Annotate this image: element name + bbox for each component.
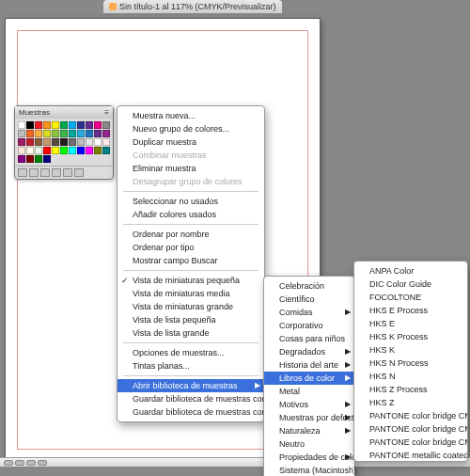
swatch[interactable] — [86, 147, 93, 154]
menu-item[interactable]: Metal — [264, 385, 354, 398]
menu-item[interactable]: Motivos▶ — [264, 398, 354, 411]
menu-item[interactable]: HKS K — [354, 343, 467, 357]
menu-item[interactable]: Neutro — [264, 437, 354, 451]
swatch[interactable] — [86, 121, 93, 129]
menu-item[interactable]: ANPA Color — [354, 264, 467, 278]
menu-item[interactable]: Mostrar campo Buscar — [118, 254, 264, 267]
swatch[interactable] — [52, 147, 59, 154]
menu-item[interactable]: Naturaleza▶ — [264, 424, 354, 437]
swatch[interactable] — [26, 121, 34, 129]
menu-item[interactable]: Guardar biblioteca de muestras como ASE.… — [118, 392, 264, 405]
menu-item[interactable]: Historia del arte▶ — [264, 358, 354, 372]
new-group-icon[interactable] — [52, 168, 61, 177]
swatch[interactable] — [43, 155, 51, 163]
swatch[interactable] — [35, 121, 42, 129]
swatch[interactable] — [52, 121, 59, 129]
swatches-panel-header[interactable]: Muestras ≡ — [15, 106, 113, 119]
swatch[interactable] — [86, 138, 93, 146]
swatches-panel[interactable]: Muestras ≡ — [14, 105, 114, 180]
panel-menu-icon[interactable]: ≡ — [104, 108, 109, 117]
swatch[interactable] — [18, 121, 25, 129]
menu-item[interactable]: Científico — [264, 293, 354, 306]
menu-item[interactable]: Abrir biblioteca de muestras▶ — [118, 379, 264, 392]
menu-item[interactable]: HKS Z Process — [354, 383, 467, 396]
swatch[interactable] — [94, 138, 102, 146]
swatch[interactable] — [69, 138, 76, 146]
swatch[interactable] — [35, 147, 42, 154]
swatch[interactable] — [60, 121, 68, 129]
swatch[interactable] — [60, 130, 68, 137]
menu-item[interactable]: Tintas planas... — [118, 359, 264, 373]
swatch[interactable] — [18, 130, 25, 137]
swatch[interactable] — [77, 147, 85, 154]
menu-item[interactable]: PANTONE metallic coated — [354, 449, 467, 462]
swatch[interactable] — [94, 147, 102, 154]
menu-item[interactable]: HKS E — [354, 317, 467, 330]
menu-item[interactable]: Vista de miniaturas media — [118, 287, 264, 300]
swatch[interactable] — [43, 121, 51, 129]
menu-item[interactable]: PANTONE color bridge CMYK PC — [354, 422, 467, 436]
swatch[interactable] — [69, 130, 76, 137]
swatch[interactable] — [35, 130, 42, 137]
swatch[interactable] — [94, 130, 102, 137]
swatch[interactable] — [18, 147, 25, 154]
menu-item[interactable]: Duplicar muestra — [118, 135, 264, 149]
swatch[interactable] — [77, 121, 85, 129]
swatch[interactable] — [102, 130, 110, 137]
menu-item[interactable]: Añadir colores usados — [118, 208, 264, 221]
swatches-panel-menu[interactable]: Muestra nueva...Nuevo grupo de colores..… — [117, 105, 265, 422]
swatch[interactable] — [69, 147, 76, 154]
menu-item[interactable]: Opciones de muestras... — [118, 346, 264, 359]
menu-item[interactable]: Cosas para niños — [264, 332, 354, 345]
menu-item[interactable]: ✓Vista de miniaturas pequeña — [118, 274, 264, 287]
delete-swatch-icon[interactable] — [74, 168, 84, 177]
menu-item[interactable]: Guardar biblioteca de muestras como AI..… — [118, 405, 264, 419]
menu-item[interactable]: Sistema (Macintosh) — [264, 464, 354, 476]
swatch[interactable] — [60, 138, 68, 146]
swatch[interactable] — [26, 155, 34, 163]
nav-last-icon[interactable] — [38, 460, 47, 466]
swatch[interactable] — [18, 155, 25, 163]
swatch[interactable] — [43, 138, 51, 146]
nav-prev-icon[interactable] — [15, 460, 24, 466]
swatch[interactable] — [86, 130, 93, 137]
swatch-kinds-icon[interactable] — [29, 168, 39, 177]
swatch[interactable] — [43, 130, 51, 137]
menu-item[interactable]: HKS N — [354, 370, 467, 383]
swatch[interactable] — [77, 130, 85, 137]
swatch[interactable] — [60, 147, 68, 154]
swatch[interactable] — [18, 138, 25, 146]
new-swatch-icon[interactable] — [63, 168, 72, 177]
menu-item[interactable]: Propiedades de color▶ — [264, 451, 354, 464]
menu-item[interactable]: PANTONE color bridge CMYK UP — [354, 436, 467, 449]
swatch[interactable] — [26, 138, 34, 146]
swatch[interactable] — [35, 138, 42, 146]
nav-first-icon[interactable] — [4, 460, 13, 466]
swatch[interactable] — [69, 121, 76, 129]
swatch[interactable] — [26, 147, 34, 154]
menu-item[interactable]: HKS E Process — [354, 304, 467, 317]
menu-item[interactable]: Vista de lista pequeña — [118, 313, 264, 326]
menu-item[interactable]: Comidas▶ — [264, 306, 354, 319]
swatch[interactable] — [52, 138, 59, 146]
swatch[interactable] — [43, 147, 51, 154]
swatch-grid[interactable] — [15, 119, 113, 166]
menu-item[interactable]: HKS N Process — [354, 357, 467, 370]
menu-item[interactable]: HKS Z — [354, 396, 467, 409]
menu-item[interactable]: Corporativo — [264, 319, 354, 332]
swatch-library-submenu[interactable]: CelebraciónCientíficoComidas▶Corporativo… — [263, 276, 355, 476]
menu-item[interactable]: Libros de color▶ — [264, 372, 354, 385]
swatch[interactable] — [35, 155, 42, 163]
swatch-options-icon[interactable] — [40, 168, 50, 177]
color-books-submenu[interactable]: ANPA ColorDIC Color GuideFOCOLTONEHKS E … — [353, 261, 468, 462]
menu-item[interactable]: Eliminar muestra — [118, 162, 264, 175]
menu-item[interactable]: Ordenar por tipo — [118, 241, 264, 254]
swatch[interactable] — [52, 130, 59, 137]
menu-item[interactable]: Vista de miniaturas grande — [118, 300, 264, 313]
menu-item[interactable]: Nuevo grupo de colores... — [118, 122, 264, 135]
menu-item[interactable]: FOCOLTONE — [354, 291, 467, 304]
swatch[interactable] — [102, 147, 110, 154]
menu-item[interactable]: Vista de lista grande — [118, 326, 264, 340]
menu-item[interactable]: PANTONE color bridge CMYK EC — [354, 409, 467, 422]
menu-item[interactable]: Seleccionar no usados — [118, 195, 264, 208]
